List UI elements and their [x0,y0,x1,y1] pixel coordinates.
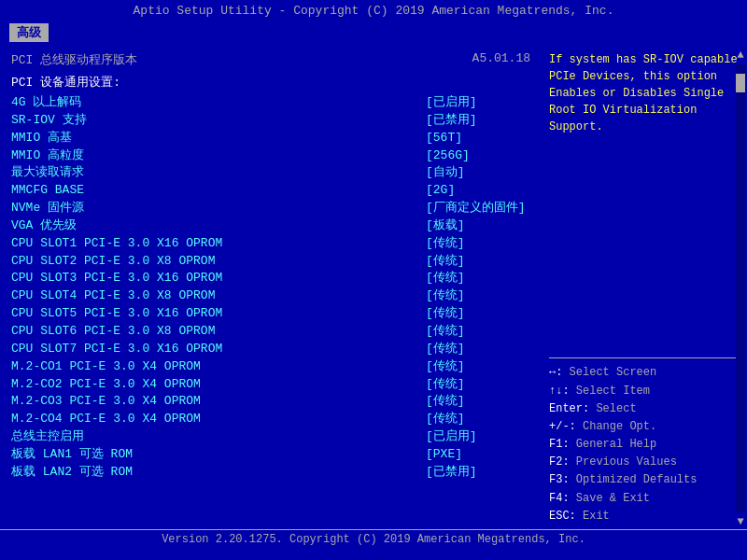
row-value: [传统] [418,341,530,358]
row-label: SR-IOV 支持 [11,112,418,130]
settings-row[interactable]: SR-IOV 支持[已禁用] [11,112,530,130]
row-value: [自动] [418,164,530,182]
tab-advanced[interactable]: 高级 [9,23,49,42]
settings-row[interactable]: CPU SLOT4 PCI-E 3.0 X8 OPROM[传统] [11,287,530,305]
settings-row[interactable]: M.2-CO1 PCI-E 3.0 X4 OPROM[传统] [11,358,530,376]
row-label: CPU SLOT4 PCI-E 3.0 X8 OPROM [11,287,418,305]
scroll-bar[interactable]: ▲ ▼ [734,48,747,529]
settings-row[interactable]: MMIO 高基[56T] [11,130,530,147]
scroll-track [736,64,745,512]
main-content: PCI 总线驱动程序版本 A5.01.18 PCI 设备通用设置: 4G 以上解… [0,44,747,529]
settings-row[interactable]: 总线主控启用[已启用] [11,428,530,446]
settings-row[interactable]: M.2-CO3 PCI-E 3.0 X4 OPROM[传统] [11,393,530,411]
scroll-down-arrow[interactable]: ▼ [737,514,743,529]
row-label: CPU SLOT1 PCI-E 3.0 X16 OPROM [11,235,418,253]
row-label: MMIO 高基 [11,130,418,147]
row-value: [传统] [418,358,530,376]
scroll-up-arrow[interactable]: ▲ [737,48,743,63]
settings-row[interactable]: VGA 优先级[板载] [11,217,530,235]
tab-bar: 高级 [0,21,747,44]
settings-row[interactable]: 板载 LAN2 可选 ROM[已禁用] [11,464,530,482]
key-help-row: Enter: Select [549,400,740,418]
row-value: [已禁用] [418,464,530,482]
row-label: CPU SLOT3 PCI-E 3.0 X16 OPROM [11,270,418,287]
row-label: M.2-CO4 PCI-E 3.0 X4 OPROM [11,411,418,428]
row-value: [传统] [418,270,530,287]
settings-row[interactable]: MMIO 高粒度[256G] [11,147,530,165]
row-label: 最大读取请求 [11,164,418,182]
row-label: CPU SLOT7 PCI-E 3.0 X16 OPROM [11,341,418,358]
settings-row[interactable]: M.2-CO4 PCI-E 3.0 X4 OPROM[传统] [11,411,530,428]
row-value: [传统] [418,393,530,411]
title-bar: Aptio Setup Utility - Copyright (C) 2019… [0,0,747,21]
help-text: If system has SR-IOV capable PCIe Device… [549,51,740,352]
key-help-row: F1: General Help [549,436,740,454]
row-value: [传统] [418,305,530,323]
row-value: [传统] [418,287,530,305]
row-label: CPU SLOT2 PCI-E 3.0 X8 OPROM [11,253,418,271]
settings-row[interactable]: NVMe 固件源[厂商定义的固件] [11,200,530,217]
pci-version-row: PCI 总线驱动程序版本 A5.01.18 [11,51,530,68]
key-help: ↔: Select Screen↑↓: Select ItemEnter: Se… [549,364,740,525]
footer-text: Version 2.20.1275. Copyright (C) 2019 Am… [162,533,585,546]
settings-rows: 4G 以上解码[已启用]SR-IOV 支持[已禁用]MMIO 高基[56T]MM… [11,94,530,482]
title-text: Aptio Setup Utility - Copyright (C) 2019… [134,4,614,18]
row-label: M.2-CO3 PCI-E 3.0 X4 OPROM [11,393,418,411]
key-help-row: F4: Save & Exit [549,490,740,508]
row-label: 板载 LAN2 可选 ROM [11,464,418,482]
row-label: CPU SLOT5 PCI-E 3.0 X16 OPROM [11,305,418,323]
left-panel: PCI 总线驱动程序版本 A5.01.18 PCI 设备通用设置: 4G 以上解… [0,48,542,529]
settings-row[interactable]: CPU SLOT2 PCI-E 3.0 X8 OPROM[传统] [11,253,530,271]
settings-row[interactable]: CPU SLOT1 PCI-E 3.0 X16 OPROM[传统] [11,235,530,253]
row-value: [传统] [418,323,530,341]
settings-row[interactable]: M.2-CO2 PCI-E 3.0 X4 OPROM[传统] [11,376,530,394]
key-help-row: F3: Optimized Defaults [549,471,740,489]
row-value: [2G] [418,182,530,200]
row-label: M.2-CO1 PCI-E 3.0 X4 OPROM [11,358,418,376]
right-panel: If system has SR-IOV capable PCIe Device… [542,48,747,529]
row-label: 总线主控启用 [11,428,418,446]
row-value: [已启用] [418,94,530,112]
settings-row[interactable]: 板载 LAN1 可选 ROM[PXE] [11,446,530,464]
key-help-row: ↑↓: Select Item [549,383,740,400]
pci-version-value: A5.01.18 [465,51,530,68]
scroll-thumb[interactable] [736,74,745,92]
settings-row[interactable]: 4G 以上解码[已启用] [11,94,530,112]
row-value: [PXE] [418,446,530,464]
row-label: NVMe 固件源 [11,200,418,217]
settings-row[interactable]: CPU SLOT3 PCI-E 3.0 X16 OPROM[传统] [11,270,530,287]
row-value: [传统] [418,411,530,428]
row-value: [板载] [418,217,530,235]
key-help-row: ESC: Exit [549,508,740,525]
settings-row[interactable]: CPU SLOT6 PCI-E 3.0 X8 OPROM[传统] [11,323,530,341]
row-label: 板载 LAN1 可选 ROM [11,446,418,464]
row-value: [传统] [418,253,530,271]
key-help-row: +/-: Change Opt. [549,418,740,436]
row-value: [厂商定义的固件] [418,200,530,217]
help-divider [549,357,740,358]
settings-row[interactable]: CPU SLOT5 PCI-E 3.0 X16 OPROM[传统] [11,305,530,323]
row-value: [已禁用] [418,112,530,130]
row-label: M.2-CO2 PCI-E 3.0 X4 OPROM [11,376,418,394]
pci-version-label: PCI 总线驱动程序版本 [11,51,137,68]
pci-devices-section-title: PCI 设备通用设置: [11,74,530,91]
row-value: [56T] [418,130,530,147]
row-label: 4G 以上解码 [11,94,418,112]
settings-row[interactable]: 最大读取请求[自动] [11,164,530,182]
settings-row[interactable]: CPU SLOT7 PCI-E 3.0 X16 OPROM[传统] [11,341,530,358]
settings-row[interactable]: MMCFG BASE[2G] [11,182,530,200]
row-label: VGA 优先级 [11,217,418,235]
row-label: CPU SLOT6 PCI-E 3.0 X8 OPROM [11,323,418,341]
row-value: [256G] [418,147,530,165]
row-value: [传统] [418,235,530,253]
row-label: MMCFG BASE [11,182,418,200]
key-help-row: F2: Previous Values [549,454,740,471]
row-value: [已启用] [418,428,530,446]
row-label: MMIO 高粒度 [11,147,418,165]
bottom-bar: Version 2.20.1275. Copyright (C) 2019 Am… [0,529,747,549]
row-value: [传统] [418,376,530,394]
key-help-row: ↔: Select Screen [549,364,740,382]
